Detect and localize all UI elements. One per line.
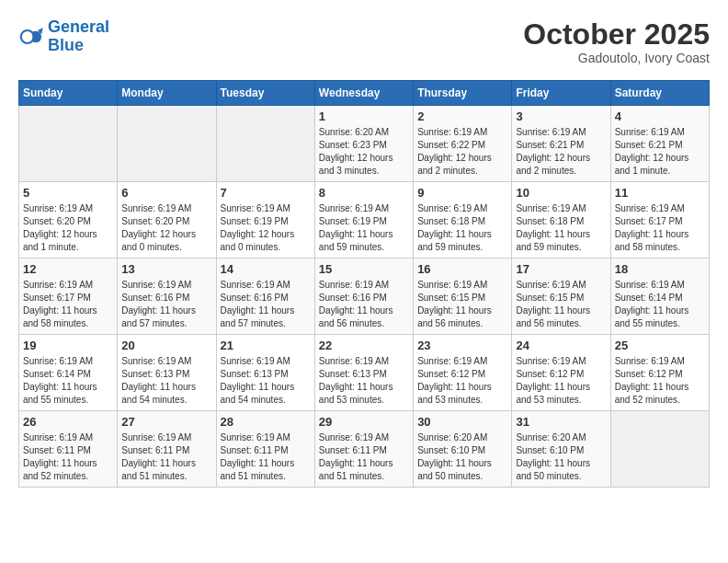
calendar-cell: 18Sunrise: 6:19 AM Sunset: 6:14 PM Dayli… [610,259,709,335]
day-number: 29 [319,415,409,429]
day-number: 8 [319,186,409,200]
day-info: Sunrise: 6:20 AM Sunset: 6:10 PM Dayligh… [516,431,606,483]
day-number: 28 [221,415,311,429]
day-info: Sunrise: 6:19 AM Sunset: 6:21 PM Dayligh… [615,126,705,178]
day-info: Sunrise: 6:19 AM Sunset: 6:18 PM Dayligh… [516,202,606,254]
day-number: 16 [417,262,507,276]
calendar-cell: 24Sunrise: 6:19 AM Sunset: 6:12 PM Dayli… [512,335,610,411]
day-number: 31 [516,415,606,429]
day-info: Sunrise: 6:19 AM Sunset: 6:18 PM Dayligh… [417,202,507,254]
calendar-cell: 23Sunrise: 6:19 AM Sunset: 6:12 PM Dayli… [414,335,512,411]
calendar-cell: 26Sunrise: 6:19 AM Sunset: 6:11 PM Dayli… [19,411,118,488]
calendar-cell [118,106,216,182]
day-number: 18 [615,262,705,276]
day-number: 4 [615,109,705,123]
day-number: 12 [23,262,113,276]
weekday-header: Friday [512,81,610,106]
day-info: Sunrise: 6:19 AM Sunset: 6:13 PM Dayligh… [221,355,311,407]
day-info: Sunrise: 6:19 AM Sunset: 6:20 PM Dayligh… [121,202,211,254]
calendar-cell [19,106,118,182]
day-info: Sunrise: 6:19 AM Sunset: 6:11 PM Dayligh… [121,431,211,483]
location-subtitle: Gadoutolo, Ivory Coast [523,51,710,65]
day-number: 17 [516,262,606,276]
day-info: Sunrise: 6:19 AM Sunset: 6:16 PM Dayligh… [121,279,211,330]
day-info: Sunrise: 6:19 AM Sunset: 6:15 PM Dayligh… [516,279,606,330]
weekday-header: Tuesday [216,81,314,106]
day-info: Sunrise: 6:19 AM Sunset: 6:19 PM Dayligh… [221,202,311,254]
day-number: 13 [121,262,211,276]
day-info: Sunrise: 6:19 AM Sunset: 6:12 PM Dayligh… [516,355,606,407]
calendar-week-row: 1Sunrise: 6:20 AM Sunset: 6:23 PM Daylig… [19,106,710,182]
day-info: Sunrise: 6:19 AM Sunset: 6:14 PM Dayligh… [615,279,705,330]
day-info: Sunrise: 6:19 AM Sunset: 6:13 PM Dayligh… [319,355,409,407]
calendar-body: 1Sunrise: 6:20 AM Sunset: 6:23 PM Daylig… [19,106,710,488]
day-number: 24 [516,339,606,352]
calendar-table: SundayMondayTuesdayWednesdayThursdayFrid… [18,80,710,488]
logo-text: General Blue [48,18,109,55]
day-info: Sunrise: 6:19 AM Sunset: 6:15 PM Dayligh… [417,279,507,330]
day-info: Sunrise: 6:20 AM Sunset: 6:23 PM Dayligh… [319,126,409,178]
day-info: Sunrise: 6:19 AM Sunset: 6:13 PM Dayligh… [121,355,211,407]
day-info: Sunrise: 6:19 AM Sunset: 6:17 PM Dayligh… [615,202,705,254]
day-info: Sunrise: 6:19 AM Sunset: 6:11 PM Dayligh… [221,431,311,483]
calendar-cell: 13Sunrise: 6:19 AM Sunset: 6:16 PM Dayli… [118,259,216,335]
day-info: Sunrise: 6:19 AM Sunset: 6:20 PM Dayligh… [23,202,113,254]
calendar-cell: 1Sunrise: 6:20 AM Sunset: 6:23 PM Daylig… [314,106,413,182]
logo: General Blue [18,18,109,55]
day-info: Sunrise: 6:19 AM Sunset: 6:16 PM Dayligh… [221,279,311,330]
calendar-cell: 27Sunrise: 6:19 AM Sunset: 6:11 PM Dayli… [118,411,216,488]
calendar-cell: 25Sunrise: 6:19 AM Sunset: 6:12 PM Dayli… [610,335,709,411]
day-number: 25 [615,339,705,352]
logo-icon [18,24,44,50]
weekday-header-row: SundayMondayTuesdayWednesdayThursdayFrid… [19,81,710,106]
day-info: Sunrise: 6:19 AM Sunset: 6:11 PM Dayligh… [23,431,113,483]
calendar-cell: 2Sunrise: 6:19 AM Sunset: 6:22 PM Daylig… [414,106,512,182]
calendar-cell: 31Sunrise: 6:20 AM Sunset: 6:10 PM Dayli… [512,411,610,488]
day-number: 22 [319,339,409,352]
calendar-cell: 11Sunrise: 6:19 AM Sunset: 6:17 PM Dayli… [610,182,709,259]
day-number: 26 [23,415,113,429]
day-number: 21 [221,339,311,352]
day-number: 11 [615,186,705,200]
day-info: Sunrise: 6:19 AM Sunset: 6:11 PM Dayligh… [319,431,409,483]
calendar-cell: 8Sunrise: 6:19 AM Sunset: 6:19 PM Daylig… [314,182,413,259]
day-info: Sunrise: 6:19 AM Sunset: 6:12 PM Dayligh… [417,355,507,407]
calendar-cell: 22Sunrise: 6:19 AM Sunset: 6:13 PM Dayli… [314,335,413,411]
calendar-week-row: 26Sunrise: 6:19 AM Sunset: 6:11 PM Dayli… [19,411,710,488]
weekday-header: Thursday [414,81,512,106]
calendar-cell [610,411,709,488]
day-info: Sunrise: 6:19 AM Sunset: 6:22 PM Dayligh… [417,126,507,178]
day-info: Sunrise: 6:19 AM Sunset: 6:21 PM Dayligh… [516,126,606,178]
day-number: 14 [221,262,311,276]
month-title: October 2025 [523,18,710,51]
calendar-cell: 19Sunrise: 6:19 AM Sunset: 6:14 PM Dayli… [19,335,118,411]
calendar-cell: 10Sunrise: 6:19 AM Sunset: 6:18 PM Dayli… [512,182,610,259]
calendar-cell: 9Sunrise: 6:19 AM Sunset: 6:18 PM Daylig… [414,182,512,259]
day-number: 9 [417,186,507,200]
weekday-header: Monday [118,81,216,106]
calendar-cell: 15Sunrise: 6:19 AM Sunset: 6:16 PM Dayli… [314,259,413,335]
page-header: General Blue October 2025 Gadoutolo, Ivo… [18,18,710,65]
day-info: Sunrise: 6:19 AM Sunset: 6:17 PM Dayligh… [23,279,113,330]
calendar-cell: 30Sunrise: 6:20 AM Sunset: 6:10 PM Dayli… [414,411,512,488]
calendar-cell [216,106,314,182]
weekday-header: Sunday [19,81,118,106]
svg-point-0 [21,30,34,43]
calendar-week-row: 5Sunrise: 6:19 AM Sunset: 6:20 PM Daylig… [19,182,710,259]
calendar-cell: 5Sunrise: 6:19 AM Sunset: 6:20 PM Daylig… [19,182,118,259]
day-info: Sunrise: 6:19 AM Sunset: 6:19 PM Dayligh… [319,202,409,254]
calendar-cell: 7Sunrise: 6:19 AM Sunset: 6:19 PM Daylig… [216,182,314,259]
day-number: 10 [516,186,606,200]
day-number: 19 [23,339,113,352]
calendar-cell: 4Sunrise: 6:19 AM Sunset: 6:21 PM Daylig… [610,106,709,182]
calendar-cell: 12Sunrise: 6:19 AM Sunset: 6:17 PM Dayli… [19,259,118,335]
calendar-week-row: 12Sunrise: 6:19 AM Sunset: 6:17 PM Dayli… [19,259,710,335]
day-number: 5 [23,186,113,200]
calendar-cell: 20Sunrise: 6:19 AM Sunset: 6:13 PM Dayli… [118,335,216,411]
day-number: 1 [319,109,409,123]
day-number: 30 [417,415,507,429]
calendar-cell: 28Sunrise: 6:19 AM Sunset: 6:11 PM Dayli… [216,411,314,488]
calendar-cell: 14Sunrise: 6:19 AM Sunset: 6:16 PM Dayli… [216,259,314,335]
calendar-cell: 29Sunrise: 6:19 AM Sunset: 6:11 PM Dayli… [314,411,413,488]
logo-line2: Blue [48,36,84,54]
